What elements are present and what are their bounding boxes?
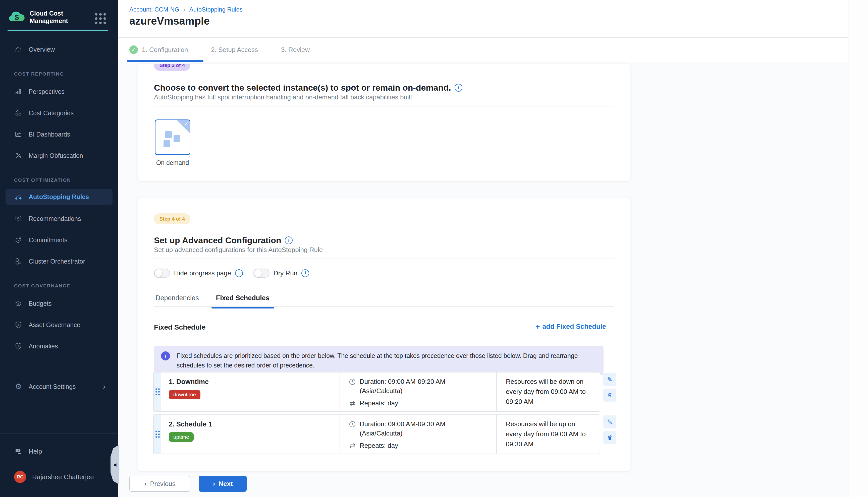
drag-handle[interactable] (154, 415, 161, 454)
info-icon[interactable]: i (285, 237, 293, 244)
pencil-icon: ✎ (607, 376, 613, 384)
step-3-badge: Step 3 of 4 (154, 64, 191, 71)
hide-progress-toggle[interactable] (154, 269, 170, 278)
dry-run-toggle[interactable] (253, 269, 269, 278)
svg-text:!: ! (18, 344, 19, 348)
dry-run-label: Dry Run (274, 269, 297, 277)
sidebar-section-cost-governance: COST GOVERNANCE (14, 283, 70, 289)
sidebar-item-autostopping-rules[interactable]: AutoStopping Rules (5, 189, 113, 205)
wizard-stepper: ✓ 1. Configuration 2. Setup Access 3. Re… (118, 38, 848, 62)
sidebar-item-budgets[interactable]: $ Budgets (5, 296, 113, 312)
sidebar-item-label: BI Dashboards (29, 131, 70, 138)
repeat-icon: ⇄ (349, 441, 356, 450)
divider (154, 258, 614, 259)
sidebar-item-label: Margin Obfuscation (29, 152, 83, 159)
step-tab-setup-access[interactable]: 2. Setup Access (211, 46, 258, 54)
active-tab-underline (211, 307, 274, 309)
schedule-repeats: Repeats: day (360, 399, 398, 407)
sidebar-section-cost-optimization: COST OPTIMIZATION (14, 178, 71, 183)
delete-schedule-button[interactable] (603, 431, 616, 444)
schedule-description-cell: Resources will be up on every day from 0… (496, 415, 600, 454)
sidebar-item-cost-categories[interactable]: Cost Categories (5, 105, 113, 121)
uptime-badge: uptime (169, 432, 194, 442)
sidebar-section-cost-reporting: COST REPORTING (14, 71, 64, 77)
sidebar-item-overview[interactable]: Overview (5, 41, 113, 57)
sidebar-item-cluster-orchestrator[interactable]: Cluster Orchestrator (5, 253, 113, 269)
schedule-timing-cell: Duration: 09:00 AM-09:20 AM (Asia/Calcut… (339, 372, 496, 411)
home-icon (14, 45, 23, 54)
info-icon[interactable]: i (454, 84, 462, 91)
sidebar-item-anomalies[interactable]: ! Anomalies (5, 338, 113, 354)
drag-dots-icon (155, 431, 160, 438)
sidebar-item-label: AutoStopping Rules (29, 193, 89, 201)
add-fixed-schedule-button[interactable]: + add Fixed Schedule (535, 322, 606, 331)
schedule-duration: Duration: 09:00 AM-09:20 AM (360, 377, 445, 386)
shapes-icon (14, 109, 23, 117)
main-content: Account: CCM-NG › AutoStopping Rules azu… (118, 0, 848, 497)
on-demand-option-tile[interactable]: ✓ (155, 119, 191, 155)
shield-alert-icon: ! (14, 342, 23, 351)
breadcrumb-account-link[interactable]: Account: CCM-NG (129, 6, 179, 13)
page-header: Account: CCM-NG › AutoStopping Rules azu… (118, 0, 848, 38)
dashboard-icon (14, 130, 23, 139)
step-tab-configuration[interactable]: ✓ 1. Configuration (129, 45, 188, 54)
spot-card-subheading: AutoStopping has full spot interruption … (154, 94, 412, 101)
sidebar-item-account-settings[interactable]: ⚙ Account Settings › (5, 379, 113, 395)
chevron-right-icon: › (213, 480, 215, 488)
sidebar-item-label: Cost Categories (29, 110, 74, 117)
sidebar-item-perspectives[interactable]: Perspectives (5, 84, 113, 100)
repeat-icon: ⇄ (349, 399, 356, 407)
selected-check-icon: ✓ (184, 121, 188, 127)
cloud-dollar-logo-icon: $ (9, 10, 25, 24)
fixed-schedule-heading: Fixed Schedule (154, 323, 206, 331)
svg-text:$: $ (15, 13, 19, 22)
edit-schedule-button[interactable]: ✎ (603, 373, 616, 386)
tab-fixed-schedules[interactable]: Fixed Schedules (214, 293, 271, 306)
sidebar-item-asset-governance[interactable]: $ Asset Governance (5, 317, 113, 333)
schedule-priority-text: Fixed schedules are prioritized based on… (177, 351, 591, 370)
step-tab-review[interactable]: 3. Review (281, 46, 310, 54)
sidebar-item-commitments[interactable]: Commitments (5, 232, 113, 248)
page-title: azureVmsample (129, 15, 210, 27)
user-profile[interactable]: RC Rajarshee Chatterjee (5, 469, 113, 485)
scroll-content: Step 3 of 4 Choose to convert the select… (118, 62, 848, 497)
breadcrumb-autostopping-link[interactable]: AutoStopping Rules (190, 6, 243, 13)
sidebar-item-label: Account Settings (29, 383, 76, 390)
drag-handle[interactable] (154, 372, 161, 411)
fixed-schedule-list: 1. Downtime downtime Duration: 09:00 AM-… (153, 372, 600, 457)
sidebar-item-help[interactable]: ? Help (5, 443, 113, 459)
app-logo[interactable]: $ Cloud Cost Management (9, 10, 68, 25)
tab-dependencies[interactable]: Dependencies (154, 293, 200, 306)
spot-ondemand-card: Step 3 of 4 Choose to convert the select… (138, 64, 630, 181)
advanced-card-subheading: Set up advanced configurations for this … (154, 246, 323, 254)
sidebar-item-margin-obfuscation[interactable]: Margin Obfuscation (5, 147, 113, 164)
sidebar-item-bi-dashboards[interactable]: BI Dashboards (5, 126, 113, 142)
schedule-timezone: (Asia/Calcutta) (360, 386, 445, 396)
downtime-badge: downtime (169, 390, 200, 399)
breadcrumb: Account: CCM-NG › AutoStopping Rules (129, 6, 243, 13)
advanced-tabs: Dependencies Fixed Schedules (154, 293, 614, 307)
next-button[interactable]: › Next (199, 475, 247, 492)
help-label: Help (29, 448, 42, 455)
advanced-card-heading: Set up Advanced Configuration i (154, 236, 293, 245)
trash-icon (606, 392, 613, 398)
svg-text:$: $ (17, 302, 19, 306)
scrollbar-gutter[interactable] (848, 0, 868, 497)
chevron-left-icon: ‹ (144, 480, 146, 488)
sidebar-item-label: Cluster Orchestrator (29, 258, 85, 265)
percent-icon (14, 151, 23, 160)
breadcrumb-separator-icon: › (183, 6, 185, 13)
app-switcher-icon[interactable] (95, 13, 106, 24)
sidebar-item-recommendations[interactable]: Recommendations (5, 211, 113, 227)
collapse-arrow-icon: ◀ (113, 462, 116, 467)
previous-button[interactable]: ‹ Previous (129, 475, 191, 492)
info-icon[interactable]: i (235, 269, 243, 277)
sidebar-item-label: Overview (29, 46, 55, 53)
shield-dollar-icon: $ (14, 321, 23, 329)
info-icon[interactable]: i (302, 269, 309, 277)
delete-schedule-button[interactable] (603, 388, 616, 402)
hide-progress-toggle-group: Hide progress page i (154, 269, 243, 278)
dry-run-toggle-group: Dry Run i (253, 269, 309, 278)
avatar: RC (14, 471, 26, 483)
edit-schedule-button[interactable]: ✎ (603, 415, 616, 428)
